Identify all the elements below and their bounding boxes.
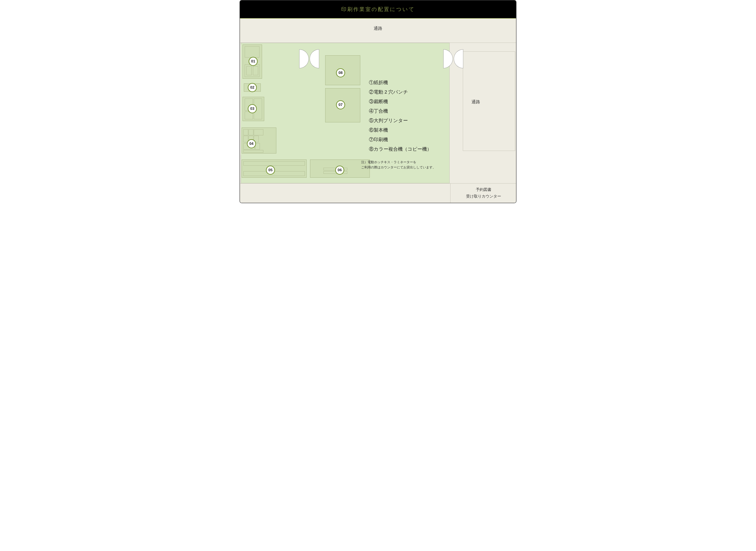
marker-06: 06 bbox=[335, 165, 344, 175]
legend: ①紙折機 ②電動 2 穴パンチ ③裁断機 ④丁合機 ⑤大判プリンター ⑥製本機 … bbox=[369, 78, 432, 154]
reserved-counter-line1: 予約図書 bbox=[476, 187, 491, 192]
legend-item: ⑤大判プリンター bbox=[369, 116, 432, 125]
marker-05: 05 bbox=[266, 165, 275, 175]
floorplan-stage: 通路 通路 予約図書 受け取りカウンター 01 02 bbox=[240, 19, 516, 203]
equipment-block bbox=[253, 66, 258, 75]
legend-item: ①紙折機 bbox=[369, 78, 432, 87]
reserved-counter: 予約図書 受け取りカウンター bbox=[450, 183, 516, 203]
corridor-top: 通路 bbox=[240, 19, 516, 43]
diagram-frame: 印刷作業室の配置について 通路 通路 予約図書 受け取りカウンター 01 bbox=[240, 0, 516, 203]
equipment-block bbox=[249, 129, 253, 135]
equipment-block bbox=[254, 129, 263, 135]
marker-01: 01 bbox=[249, 57, 258, 66]
equipment-block bbox=[243, 129, 248, 135]
legend-item: ③裁断機 bbox=[369, 97, 432, 106]
equipment-block bbox=[245, 46, 259, 57]
legend-note-line2: ご利用の際はカウンターにてお貸出ししています。 bbox=[361, 165, 436, 169]
equipment-block bbox=[241, 45, 242, 155]
legend-note-line1: 注）電動ホッチキス・ラミネーターを bbox=[361, 160, 416, 164]
legend-item: ⑥製本機 bbox=[369, 125, 432, 135]
marker-03: 03 bbox=[248, 104, 257, 113]
marker-08: 08 bbox=[336, 68, 345, 77]
equipment-block bbox=[243, 161, 305, 165]
title-bar: 印刷作業室の配置について bbox=[240, 0, 516, 19]
marker-02: 02 bbox=[248, 83, 257, 92]
legend-item: ⑦印刷機 bbox=[369, 135, 432, 144]
equipment-block bbox=[243, 150, 263, 153]
marker-07: 07 bbox=[336, 100, 345, 109]
corridor-right-label: 通路 bbox=[472, 99, 480, 105]
corridor-top-label: 通路 bbox=[374, 26, 382, 31]
legend-note: 注）電動ホッチキス・ラミネーターを ご利用の際はカウンターにてお貸出ししています… bbox=[361, 159, 436, 170]
legend-item: ④丁合機 bbox=[369, 106, 432, 116]
reserved-counter-line2: 受け取りカウンター bbox=[466, 194, 501, 198]
corridor-right-box bbox=[463, 51, 515, 151]
equipment-block bbox=[246, 66, 252, 75]
legend-item: ⑧カラー複合機（コピー機） bbox=[369, 144, 432, 154]
page-title: 印刷作業室の配置について bbox=[341, 6, 415, 13]
marker-04: 04 bbox=[247, 139, 256, 148]
legend-item: ②電動 2 穴パンチ bbox=[369, 87, 432, 97]
